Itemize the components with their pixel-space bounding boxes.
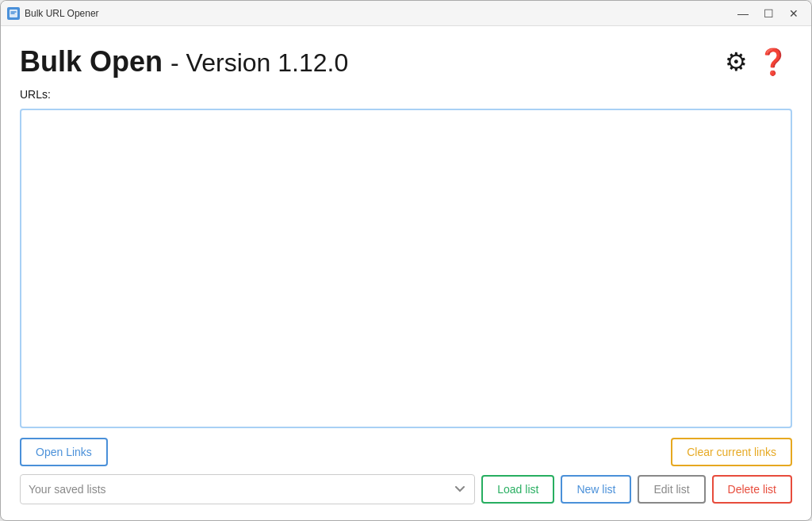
- delete-list-button[interactable]: Delete list: [712, 475, 792, 504]
- app-version: - Version 1.12.0: [170, 48, 348, 77]
- header-icons: ⚙ ❓: [722, 46, 792, 78]
- minimize-button[interactable]: —: [732, 6, 754, 21]
- app-title-text: Bulk Open: [20, 45, 163, 78]
- new-list-button[interactable]: New list: [561, 475, 631, 504]
- settings-button[interactable]: ⚙: [722, 46, 751, 78]
- main-content: Bulk Open - Version 1.12.0 ⚙ ❓ URLs: Ope…: [1, 26, 811, 520]
- header-row: Bulk Open - Version 1.12.0 ⚙ ❓: [20, 45, 792, 79]
- open-links-button[interactable]: Open Links: [20, 438, 108, 466]
- maximize-button[interactable]: ☐: [757, 6, 779, 21]
- action-row: Open Links Clear current links: [20, 438, 792, 466]
- main-window: Bulk URL Opener — ☐ ✕ Bulk Open - Versio…: [0, 0, 812, 521]
- clear-links-button[interactable]: Clear current links: [671, 438, 792, 466]
- title-bar: Bulk URL Opener — ☐ ✕: [1, 1, 811, 26]
- lists-row: Your saved lists Load list New list Edit…: [20, 474, 792, 504]
- load-list-button[interactable]: Load list: [481, 475, 554, 504]
- bottom-section: Open Links Clear current links Your save…: [20, 438, 792, 504]
- help-button[interactable]: ❓: [754, 46, 792, 78]
- window-controls: — ☐ ✕: [732, 6, 805, 21]
- window-title: Bulk URL Opener: [25, 8, 99, 19]
- url-textarea[interactable]: [20, 109, 792, 428]
- edit-list-button[interactable]: Edit list: [638, 475, 705, 504]
- app-icon: [7, 7, 20, 20]
- saved-lists-select[interactable]: Your saved lists: [20, 474, 475, 504]
- urls-label: URLs:: [20, 88, 792, 101]
- title-bar-left: Bulk URL Opener: [7, 7, 99, 20]
- app-title: Bulk Open - Version 1.12.0: [20, 45, 348, 79]
- close-button[interactable]: ✕: [783, 6, 805, 21]
